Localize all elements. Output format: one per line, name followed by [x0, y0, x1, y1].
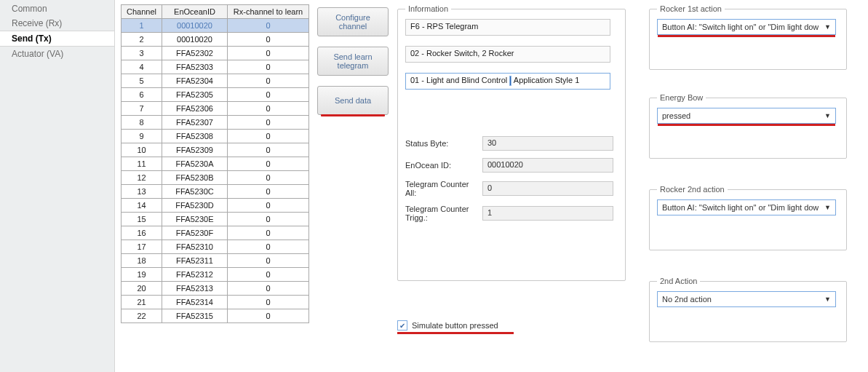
table-cell[interactable]: 00010020	[162, 33, 228, 47]
table-row[interactable]: 22FFA523150	[122, 309, 309, 323]
table-row[interactable]: 14FFA5230D0	[122, 199, 309, 213]
send-learn-telegram-button[interactable]: Send learn telegram	[317, 47, 389, 76]
table-cell[interactable]: FFA52311	[162, 254, 228, 268]
table-cell[interactable]: 00010020	[162, 19, 228, 33]
table-cell[interactable]: 0	[228, 60, 309, 74]
table-cell[interactable]: 0	[228, 240, 309, 254]
table-cell[interactable]: FFA52312	[162, 268, 228, 282]
table-cell[interactable]: FFA52315	[162, 309, 228, 323]
table-cell[interactable]: 0	[228, 143, 309, 157]
table-row[interactable]: 20FFA523130	[122, 282, 309, 296]
table-cell[interactable]: 12	[122, 171, 162, 185]
table-row[interactable]: 12FFA5230B0	[122, 171, 309, 185]
table-cell[interactable]: 0	[228, 254, 309, 268]
table-cell[interactable]: 0	[228, 102, 309, 116]
table-cell[interactable]: 22	[122, 309, 162, 323]
table-cell[interactable]: FFA5230C	[162, 185, 228, 199]
table-cell[interactable]: 21	[122, 296, 162, 309]
table-cell[interactable]: 0	[228, 296, 309, 309]
table-cell[interactable]: 0	[228, 199, 309, 213]
table-row[interactable]: 19FFA523120	[122, 268, 309, 282]
table-cell[interactable]: FFA52309	[162, 143, 228, 157]
table-cell[interactable]: 9	[122, 130, 162, 143]
rocker-1st-action-dropdown[interactable]: Button AI: "Switch light on" or "Dim lig…	[657, 19, 836, 35]
table-cell[interactable]: FFA5230B	[162, 171, 228, 185]
table-cell[interactable]: 0	[228, 116, 309, 130]
table-cell[interactable]: 0	[228, 213, 309, 226]
sidebar-item-actuator[interactable]: Actuator (VA)	[0, 47, 114, 61]
table-cell[interactable]: FFA5230E	[162, 213, 228, 226]
table-cell[interactable]: 7	[122, 102, 162, 116]
table-cell[interactable]: 0	[228, 88, 309, 102]
table-row[interactable]: 18FFA523110	[122, 254, 309, 268]
table-cell[interactable]: 2	[122, 33, 162, 47]
table-cell[interactable]: FFA5230F	[162, 226, 228, 240]
table-row[interactable]: 21FFA523140	[122, 296, 309, 309]
send-data-button[interactable]: Send data	[317, 86, 389, 115]
table-row[interactable]: 17FFA523100	[122, 240, 309, 254]
table-row[interactable]: 2000100200	[122, 33, 309, 47]
table-cell[interactable]: FFA52313	[162, 282, 228, 296]
table-row[interactable]: 6FFA523050	[122, 88, 309, 102]
table-cell[interactable]: 10	[122, 143, 162, 157]
table-row[interactable]: 1000100200	[122, 19, 309, 33]
table-cell[interactable]: 14	[122, 199, 162, 213]
info-control-style[interactable]: 01 - Light and Blind Control Application…	[405, 73, 610, 90]
table-cell[interactable]: FFA52306	[162, 102, 228, 116]
table-cell[interactable]: 1	[122, 19, 162, 33]
table-cell[interactable]: 0	[228, 157, 309, 171]
table-cell[interactable]: 13	[122, 185, 162, 199]
table-cell[interactable]: 6	[122, 88, 162, 102]
rocker-2nd-action-dropdown[interactable]: Button AI: "Switch light on" or "Dim lig…	[657, 199, 836, 215]
table-cell[interactable]: 0	[228, 282, 309, 296]
table-cell[interactable]: 8	[122, 116, 162, 130]
table-cell[interactable]: 5	[122, 74, 162, 88]
table-row[interactable]: 16FFA5230F0	[122, 226, 309, 240]
table-cell[interactable]: FFA52308	[162, 130, 228, 143]
table-row[interactable]: 15FFA5230E0	[122, 213, 309, 226]
table-row[interactable]: 10FFA523090	[122, 143, 309, 157]
table-cell[interactable]: 15	[122, 213, 162, 226]
table-cell[interactable]: FFA52310	[162, 240, 228, 254]
col-channel[interactable]: Channel	[122, 5, 162, 19]
table-cell[interactable]: FFA52307	[162, 116, 228, 130]
sidebar-item-common[interactable]: Common	[0, 1, 114, 16]
table-cell[interactable]: 0	[228, 226, 309, 240]
table-row[interactable]: 7FFA523060	[122, 102, 309, 116]
table-cell[interactable]: 0	[228, 47, 309, 60]
table-cell[interactable]: FFA5230A	[162, 157, 228, 171]
table-row[interactable]: 3FFA523020	[122, 47, 309, 60]
table-cell[interactable]: 0	[228, 268, 309, 282]
energy-bow-dropdown[interactable]: pressed ▼	[657, 108, 836, 124]
table-cell[interactable]: FFA52305	[162, 88, 228, 102]
table-cell[interactable]: FFA5230D	[162, 199, 228, 213]
table-row[interactable]: 5FFA523040	[122, 74, 309, 88]
channel-table[interactable]: Channel EnOceanID Rx-channel to learn 10…	[121, 4, 309, 323]
configure-channel-button[interactable]: Configure channel	[317, 7, 389, 36]
table-cell[interactable]: 0	[228, 74, 309, 88]
table-cell[interactable]: 16	[122, 226, 162, 240]
table-cell[interactable]: FFA52302	[162, 47, 228, 60]
table-cell[interactable]: 0	[228, 171, 309, 185]
table-cell[interactable]: 0	[228, 185, 309, 199]
second-action-dropdown[interactable]: No 2nd action ▼	[657, 291, 836, 307]
table-cell[interactable]: 0	[228, 33, 309, 47]
table-cell[interactable]: 0	[228, 130, 309, 143]
table-cell[interactable]: 17	[122, 240, 162, 254]
table-cell[interactable]: FFA52303	[162, 60, 228, 74]
simulate-button-pressed-checkbox[interactable]: ✔	[397, 320, 407, 331]
sidebar-item-receive[interactable]: Receive (Rx)	[0, 16, 114, 31]
table-cell[interactable]: 0	[228, 309, 309, 323]
table-cell[interactable]: FFA52314	[162, 296, 228, 309]
table-cell[interactable]: 18	[122, 254, 162, 268]
table-row[interactable]: 9FFA523080	[122, 130, 309, 143]
table-cell[interactable]: FFA52304	[162, 74, 228, 88]
table-row[interactable]: 4FFA523030	[122, 60, 309, 74]
col-enoceanid[interactable]: EnOceanID	[162, 5, 228, 19]
sidebar-item-send[interactable]: Send (Tx)	[0, 31, 114, 47]
table-row[interactable]: 13FFA5230C0	[122, 185, 309, 199]
table-cell[interactable]: 11	[122, 157, 162, 171]
table-cell[interactable]: 3	[122, 47, 162, 60]
col-rx[interactable]: Rx-channel to learn	[228, 5, 309, 19]
table-cell[interactable]: 4	[122, 60, 162, 74]
